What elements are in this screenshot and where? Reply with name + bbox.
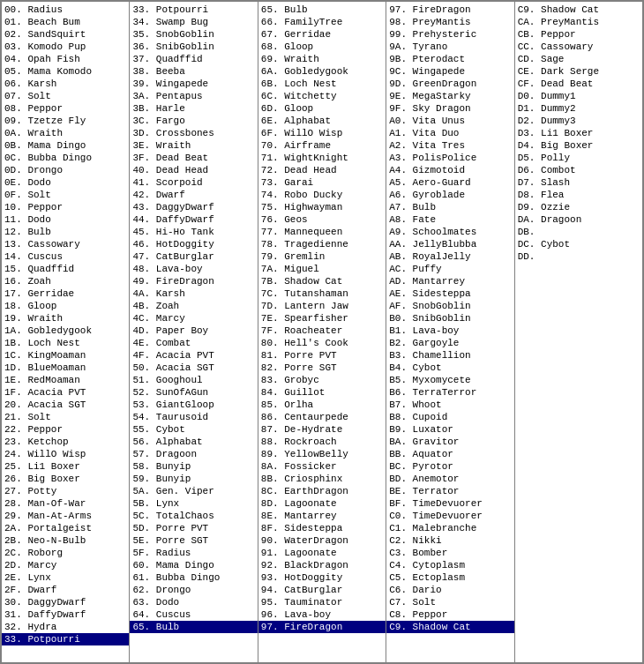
list-item[interactable]: 29. Man-At-Arms <box>2 510 129 522</box>
list-item[interactable]: C8. Peppor <box>386 608 513 621</box>
list-item[interactable]: 30. DaggyDwarf <box>2 596 129 608</box>
list-item[interactable]: 96. Lava-boy <box>258 608 386 621</box>
list-item[interactable]: 25. Li1 Boxer <box>2 460 129 473</box>
list-item[interactable]: 80. Hell's Cook <box>258 337 386 349</box>
list-item[interactable]: 7D. Lantern Jaw <box>258 300 386 312</box>
list-item[interactable]: 7A. Miguel <box>258 263 386 275</box>
list-item[interactable]: 76. Geos <box>258 213 386 226</box>
list-item[interactable]: 7B. Shadow Cat <box>258 275 386 287</box>
list-item[interactable]: 90. WaterDragon <box>258 534 386 547</box>
list-item[interactable]: D1. Dummy2 <box>515 102 642 115</box>
list-item[interactable]: 0C. Bubba Dingo <box>2 152 129 164</box>
list-item[interactable]: D3. Li1 Boxer <box>515 127 642 139</box>
list-item[interactable]: 43. DaggyDwarf <box>130 201 257 213</box>
list-content-col4[interactable]: 97. FireDragon98. PreyMantis99. Prehyste… <box>386 2 513 662</box>
list-item[interactable]: 8A. Fossicker <box>258 460 386 473</box>
list-item[interactable]: 65. Bulb <box>130 621 257 633</box>
list-item[interactable]: 0D. Drongo <box>2 164 129 176</box>
list-item[interactable]: 32. Hydra <box>2 621 129 633</box>
list-item[interactable]: B0. SnibGoblin <box>386 312 513 325</box>
list-item[interactable]: 97. FireDragon <box>386 4 513 16</box>
list-item[interactable]: 52. SunOfAGun <box>130 386 257 399</box>
list-content-col1[interactable]: 00. Radius01. Beach Bum02. SandSquirt03.… <box>2 2 129 662</box>
list-item[interactable]: C5. Ectoplasm <box>386 571 513 584</box>
list-item[interactable]: 2F. Dwarf <box>2 584 129 596</box>
list-item[interactable]: A6. Gyroblade <box>386 189 513 201</box>
list-item[interactable]: 14. Cuscus <box>2 250 129 263</box>
list-item[interactable]: 0E. Dodo <box>2 176 129 189</box>
list-item[interactable]: 93. HotDoggity <box>258 571 386 584</box>
list-item[interactable]: 53. GiantGloop <box>130 399 257 411</box>
list-item[interactable]: 47. CatBurglar <box>130 250 257 263</box>
list-item[interactable]: 05. Mama Komodo <box>2 65 129 78</box>
list-item[interactable]: 0A. Wraith <box>2 127 129 139</box>
list-item[interactable]: 2E. Lynx <box>2 571 129 584</box>
list-item[interactable]: 84. Guillot <box>258 386 386 399</box>
list-item[interactable]: 6E. Alphabat <box>258 115 386 127</box>
list-item[interactable]: B3. Chamellion <box>386 349 513 362</box>
list-item[interactable]: BA. Gravitor <box>386 436 513 448</box>
list-item[interactable]: 8D. Lagoonate <box>258 497 386 510</box>
list-item[interactable]: C3. Bomber <box>386 547 513 559</box>
list-item[interactable]: 94. CatBurglar <box>258 584 386 596</box>
list-item[interactable]: 3D. Crossbones <box>130 127 257 139</box>
list-item[interactable]: 57. Dragoon <box>130 448 257 460</box>
list-item[interactable]: 1A. Gobledygook <box>2 325 129 337</box>
list-item[interactable]: 0B. Mama Dingo <box>2 139 129 152</box>
list-item[interactable]: 12. Bulb <box>2 226 129 238</box>
list-item[interactable]: 5D. Porre PVT <box>130 522 257 534</box>
list-item[interactable]: D8. Flea <box>515 189 642 201</box>
list-item[interactable]: 34. Swamp Bug <box>130 16 257 28</box>
list-item[interactable]: A3. PolisPolice <box>386 152 513 164</box>
list-item[interactable]: AD. Mantarrey <box>386 275 513 287</box>
list-item[interactable]: 13. Cassowary <box>2 238 129 250</box>
list-item[interactable]: C6. Dario <box>386 584 513 596</box>
list-item[interactable]: 99. Prehysteric <box>386 28 513 41</box>
list-item[interactable]: D7. Slash <box>515 176 642 189</box>
list-item[interactable]: D9. Ozzie <box>515 201 642 213</box>
list-item[interactable]: 33. Potpourri <box>130 4 257 16</box>
list-item[interactable]: 6C. Witchetty <box>258 90 386 102</box>
list-item[interactable]: 7C. Tutanshaman <box>258 287 386 300</box>
list-item[interactable]: 6F. WillO Wisp <box>258 127 386 139</box>
list-item[interactable]: 65. Bulb <box>258 4 386 16</box>
list-item[interactable]: 85. Orlha <box>258 399 386 411</box>
list-item[interactable]: CB. Peppor <box>515 28 642 41</box>
list-item[interactable]: B7. Whoot <box>386 399 513 411</box>
list-item[interactable]: 4B. Zoah <box>130 300 257 312</box>
list-item[interactable]: 67. Gerridae <box>258 28 386 41</box>
list-item[interactable]: C2. Nikki <box>386 534 513 547</box>
list-item[interactable]: DD. <box>515 250 642 263</box>
list-item[interactable]: 49. FireDragon <box>130 275 257 287</box>
list-item[interactable]: 41. Scorpoid <box>130 176 257 189</box>
list-item[interactable]: AE. Sidesteppa <box>386 287 513 300</box>
list-item[interactable]: 19. Wraith <box>2 312 129 325</box>
list-item[interactable]: 04. Opah Fish <box>2 53 129 65</box>
list-item[interactable]: B9. Luxator <box>386 423 513 436</box>
list-item[interactable]: 8B. Criosphinx <box>258 473 386 485</box>
list-item[interactable]: BB. Aquator <box>386 448 513 460</box>
list-item[interactable]: 24. WillO Wisp <box>2 448 129 460</box>
list-item[interactable]: BF. TimeDevuorer <box>386 497 513 510</box>
list-item[interactable]: 3C. Fargo <box>130 115 257 127</box>
list-item[interactable]: 58. Bunyip <box>130 460 257 473</box>
list-item[interactable]: A0. Vita Unus <box>386 115 513 127</box>
list-item[interactable]: 33. Potpourri <box>2 633 129 645</box>
list-item[interactable]: 6A. Gobledygook <box>258 65 386 78</box>
list-item[interactable]: 92. BlackDragon <box>258 559 386 571</box>
list-item[interactable]: C7. Solt <box>386 596 513 608</box>
list-item[interactable]: 15. Quadffid <box>2 263 129 275</box>
list-item[interactable]: 51. Googhoul <box>130 374 257 386</box>
list-item[interactable]: B2. Gargoyle <box>386 337 513 349</box>
list-item[interactable]: 68. Gloop <box>258 41 386 53</box>
list-item[interactable]: B1. Lava-boy <box>386 325 513 337</box>
list-item[interactable]: 63. Dodo <box>130 596 257 608</box>
list-item[interactable]: A2. Vita Tres <box>386 139 513 152</box>
list-item[interactable]: 98. PreyMantis <box>386 16 513 28</box>
list-item[interactable]: C4. Cytoplasm <box>386 559 513 571</box>
list-item[interactable]: 02. SandSquirt <box>2 28 129 41</box>
list-item[interactable]: 64. Cuscus <box>130 608 257 621</box>
list-item[interactable]: 69. Wraith <box>258 53 386 65</box>
list-item[interactable]: 45. Hi-Ho Tank <box>130 226 257 238</box>
list-item[interactable]: 0F. Solt <box>2 189 129 201</box>
